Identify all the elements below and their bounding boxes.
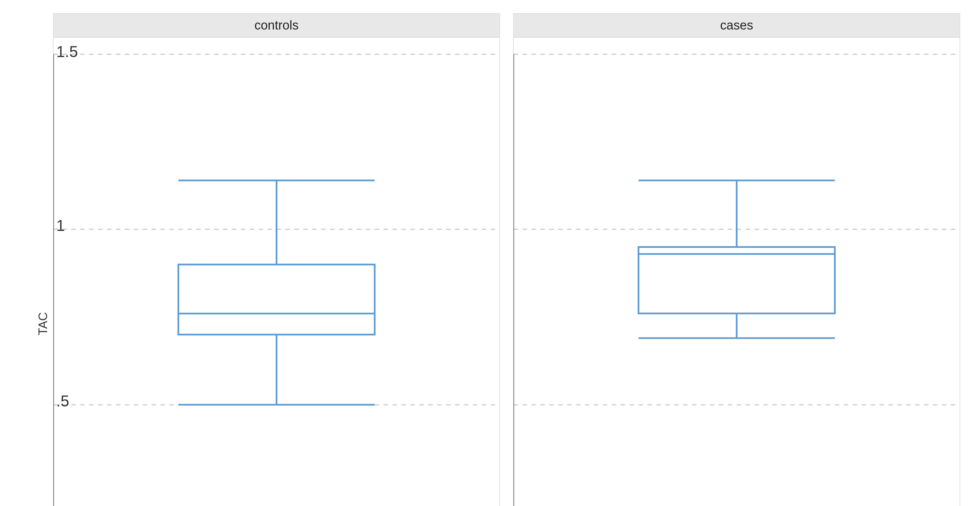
- panel-cases: cases: [513, 13, 960, 506]
- panel-controls: controls: [53, 13, 500, 506]
- svg-rect-22: [639, 247, 835, 313]
- boxplot-svg-cases: [514, 38, 960, 506]
- y-axis-label: TAC: [33, 13, 53, 506]
- panels-row: TAC controls: [33, 13, 960, 506]
- panel-plot-cases: [513, 37, 960, 506]
- chart-container: TAC controls: [0, 0, 980, 506]
- panel-plot-controls: 0 .5 1 1.5: [53, 37, 500, 506]
- svg-rect-6: [178, 264, 375, 334]
- panel-header-cases: cases: [513, 13, 960, 37]
- panels-area: controls: [53, 13, 960, 506]
- svg-text:.5: .5: [56, 392, 69, 410]
- boxplot-svg-controls: 0 .5 1 1.5: [53, 38, 500, 506]
- svg-text:1.5: 1.5: [56, 43, 78, 60]
- panels-charts: controls: [53, 13, 960, 506]
- svg-text:1: 1: [56, 217, 65, 234]
- panel-header-controls: controls: [53, 13, 500, 37]
